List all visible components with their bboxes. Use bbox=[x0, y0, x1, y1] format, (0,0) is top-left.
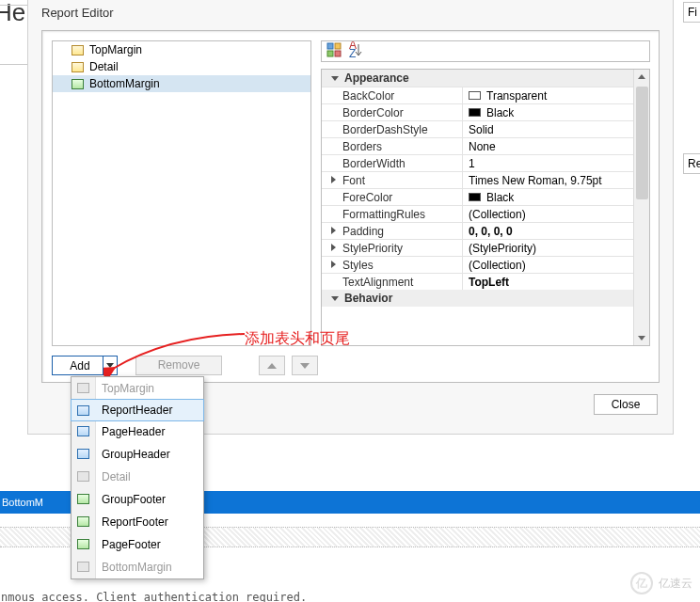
svg-rect-2 bbox=[327, 51, 333, 56]
scrollbar[interactable] bbox=[633, 70, 649, 345]
prop-name: TextAlignment bbox=[322, 274, 463, 290]
band-tree[interactable]: TopMargin Detail BottomMargin bbox=[52, 40, 311, 346]
prop-row[interactable]: BordersNone bbox=[322, 137, 649, 154]
category-appearance[interactable]: Appearance bbox=[322, 70, 649, 87]
prop-value[interactable]: Solid bbox=[463, 121, 649, 137]
prop-row[interactable]: Padding0, 0, 0, 0 bbox=[322, 222, 649, 239]
prop-row[interactable]: StylePriority(StylePriority) bbox=[322, 239, 649, 256]
close-button[interactable]: Close bbox=[594, 394, 658, 415]
property-grid[interactable]: Appearance BackColorTransparent BorderCo… bbox=[321, 69, 650, 346]
prop-row[interactable]: BorderColorBlack bbox=[322, 103, 649, 120]
prop-row[interactable]: Styles(Collection) bbox=[322, 256, 649, 273]
prop-value[interactable]: Black bbox=[463, 104, 649, 120]
dd-item-topmargin: TopMargin bbox=[72, 377, 203, 400]
scroll-thumb[interactable] bbox=[636, 87, 648, 199]
tree-item-topmargin[interactable]: TopMargin bbox=[53, 41, 310, 58]
prop-name[interactable]: StylePriority bbox=[322, 240, 463, 256]
alphabetical-icon[interactable]: AZ bbox=[348, 41, 365, 61]
tree-label: BottomMargin bbox=[89, 75, 160, 92]
report-editor-dialog: Report Editor TopMargin Detail BottomMar… bbox=[27, 0, 674, 435]
band-icon bbox=[72, 62, 84, 72]
dd-item-groupheader[interactable]: GroupHeader bbox=[72, 443, 203, 466]
dd-label: Detail bbox=[102, 470, 131, 483]
add-button-label: Add bbox=[70, 359, 89, 372]
prop-value[interactable]: Transparent bbox=[463, 87, 649, 103]
dd-item-reportfooter[interactable]: ReportFooter bbox=[72, 511, 203, 533]
scroll-up-icon[interactable] bbox=[638, 74, 645, 79]
dd-item-pagefooter[interactable]: PageFooter bbox=[72, 533, 203, 556]
annotation-text: 添加表头和页尾 bbox=[245, 329, 350, 349]
band-icon bbox=[77, 562, 89, 572]
prop-value[interactable]: Times New Roman, 9.75pt bbox=[463, 172, 649, 188]
prop-name[interactable]: Font bbox=[322, 172, 463, 188]
prop-name: BorderDashStyle bbox=[322, 121, 463, 137]
expand-icon bbox=[331, 296, 339, 301]
prop-row[interactable]: FormattingRules(Collection) bbox=[322, 205, 649, 222]
watermark: 亿 亿速云 bbox=[630, 572, 692, 594]
prop-value[interactable]: 0, 0, 0, 0 bbox=[463, 223, 649, 239]
color-swatch bbox=[469, 193, 481, 201]
category-behavior[interactable]: Behavior bbox=[322, 290, 649, 307]
tree-label: Detail bbox=[89, 58, 119, 75]
side-panel-re[interactable]: Re bbox=[683, 153, 700, 174]
dd-label: ReportHeader bbox=[102, 404, 172, 417]
dd-label: ReportFooter bbox=[102, 515, 168, 529]
band-icon bbox=[77, 383, 89, 393]
dd-label: PageHeader bbox=[102, 425, 165, 438]
svg-rect-1 bbox=[335, 43, 341, 49]
band-icon bbox=[77, 426, 89, 436]
dialog-content: TopMargin Detail BottomMargin AZ Appeara… bbox=[41, 30, 660, 383]
prop-row[interactable]: BackColorTransparent bbox=[322, 87, 649, 103]
dd-label: PageFooter bbox=[102, 538, 161, 551]
prop-row[interactable]: BorderDashStyleSolid bbox=[322, 120, 649, 137]
band-icon bbox=[77, 449, 89, 459]
ruler-line-top bbox=[0, 5, 27, 6]
prop-value[interactable]: (Collection) bbox=[463, 257, 649, 273]
add-button[interactable]: Add bbox=[52, 356, 118, 375]
scroll-down-icon[interactable] bbox=[638, 336, 645, 341]
band-icon bbox=[77, 471, 89, 482]
tree-item-detail[interactable]: Detail bbox=[53, 58, 310, 75]
category-label: Appearance bbox=[344, 70, 409, 87]
band-icon bbox=[77, 405, 89, 416]
prop-value[interactable]: Black bbox=[463, 189, 649, 205]
categorized-icon[interactable] bbox=[326, 41, 342, 61]
prop-value[interactable]: TopLeft bbox=[463, 274, 649, 290]
tree-item-bottommargin[interactable]: BottomMargin bbox=[53, 75, 310, 92]
move-up-button bbox=[259, 356, 285, 375]
dd-item-pageheader[interactable]: PageHeader bbox=[72, 420, 203, 443]
band-icon bbox=[77, 539, 89, 549]
output-text-fragment: nmous access. Client authentication requ… bbox=[1, 591, 307, 602]
move-down-button bbox=[292, 356, 318, 375]
prop-name[interactable]: Padding bbox=[322, 223, 463, 239]
prop-name: FormattingRules bbox=[322, 206, 463, 222]
prop-row[interactable]: BorderWidth1 bbox=[322, 154, 649, 171]
prop-value[interactable]: 1 bbox=[463, 155, 649, 171]
svg-text:Z: Z bbox=[349, 47, 356, 58]
dd-label: GroupFooter bbox=[102, 493, 166, 506]
prop-row[interactable]: ForeColorBlack bbox=[322, 188, 649, 205]
expand-icon bbox=[331, 76, 339, 81]
band-icon bbox=[77, 516, 89, 527]
dd-item-groupfooter[interactable]: GroupFooter bbox=[72, 488, 203, 511]
prop-name: Borders bbox=[322, 138, 463, 154]
prop-name: ForeColor bbox=[322, 189, 463, 205]
prop-value[interactable]: (Collection) bbox=[463, 206, 649, 222]
prop-name: BackColor bbox=[322, 87, 463, 103]
side-panel-fi[interactable]: Fi bbox=[683, 2, 700, 23]
add-dropdown-arrow[interactable] bbox=[103, 356, 117, 374]
prop-name[interactable]: Styles bbox=[322, 257, 463, 273]
dd-item-reportheader[interactable]: ReportHeader bbox=[71, 399, 204, 421]
band-icon bbox=[72, 79, 84, 89]
dd-label: GroupHeader bbox=[102, 448, 170, 461]
prop-value[interactable]: None bbox=[463, 138, 649, 154]
color-swatch bbox=[469, 91, 481, 100]
watermark-text: 亿速云 bbox=[659, 576, 692, 592]
prop-row[interactable]: TextAlignmentTopLeft bbox=[322, 273, 649, 290]
prop-value[interactable]: (StylePriority) bbox=[463, 240, 649, 256]
band-icon bbox=[77, 494, 89, 504]
add-band-dropdown[interactable]: TopMargin ReportHeader PageHeader GroupH… bbox=[71, 376, 204, 579]
remove-button: Remove bbox=[135, 356, 222, 375]
prop-row[interactable]: FontTimes New Roman, 9.75pt bbox=[322, 171, 649, 188]
tree-label: TopMargin bbox=[89, 41, 142, 58]
